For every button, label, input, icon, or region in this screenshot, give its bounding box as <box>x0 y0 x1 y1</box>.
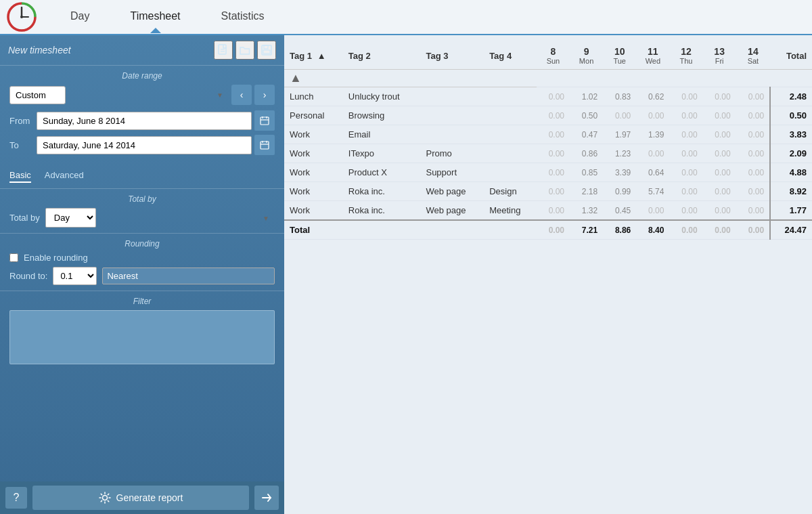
enable-rounding-row: Enable rounding <box>9 253 275 263</box>
row-2-tag1: Work <box>284 125 343 144</box>
row-3-tag2: ITexpo <box>343 144 421 163</box>
new-timesheet-label: New timesheet <box>8 45 211 56</box>
row-5-total: 8.92 <box>770 182 812 201</box>
from-calendar-button[interactable] <box>254 110 275 131</box>
prev-range-button[interactable]: ‹ <box>231 85 252 105</box>
row-0-day-2: 0.83 <box>603 87 636 106</box>
row-5-day-5: 0.00 <box>703 182 736 201</box>
table-row: WorkProduct XSupport0.000.853.390.640.00… <box>284 163 812 182</box>
row-3-day-1: 0.86 <box>570 144 603 163</box>
row-2-day-4: 0.00 <box>669 125 702 144</box>
row-0-tag3 <box>420 87 484 106</box>
svg-rect-14 <box>261 142 269 149</box>
save-file-button[interactable] <box>257 41 276 60</box>
filter-section: Filter <box>0 291 284 481</box>
from-row: From <box>9 110 275 131</box>
from-input[interactable] <box>37 112 252 130</box>
total-row: Total0.007.218.868.400.000.000.0024.47 <box>284 220 812 240</box>
total-day-4: 0.00 <box>669 220 702 240</box>
total-day-1: 7.21 <box>570 220 603 240</box>
sort-up-arrow: ▲ <box>290 71 302 85</box>
row-5-day-2: 0.99 <box>603 182 636 201</box>
help-button[interactable]: ? <box>5 487 27 509</box>
col-tag3: Tag 3 <box>420 42 484 70</box>
row-1-day-2: 0.00 <box>603 106 636 125</box>
filter-section-label: Filter <box>9 297 275 306</box>
next-range-button[interactable]: › <box>254 85 275 105</box>
total-row-label: Total <box>284 220 537 240</box>
table-row: WorkITexpoPromo0.000.861.230.000.000.000… <box>284 144 812 163</box>
generate-report-label: Generate report <box>116 492 183 503</box>
row-6-tag2: Roka inc. <box>343 201 421 221</box>
round-to-row: Round to: 0.1 0.25 0.5 1.0 Nearest Up Do… <box>9 267 275 285</box>
col-day-11: 11 Wed <box>636 42 669 70</box>
left-panel: New timesheet <box>0 35 284 514</box>
enable-rounding-checkbox[interactable] <box>9 253 18 262</box>
row-3-day-2: 1.23 <box>603 144 636 163</box>
top-bar: Day Timesheet Statistics <box>0 0 812 35</box>
to-calendar-button[interactable] <box>254 135 275 155</box>
row-4-total: 4.88 <box>770 163 812 182</box>
new-file-icon <box>217 44 229 56</box>
total-day-6: 0.00 <box>736 220 770 240</box>
calendar-icon <box>260 116 269 125</box>
nav-tabs: Day Timesheet Statistics <box>50 0 285 34</box>
total-by-row: Total by Day Week Month Tag <box>9 208 275 228</box>
row-0-total: 2.48 <box>770 87 812 106</box>
row-5-day-0: 0.00 <box>537 182 570 201</box>
tab-timesheet[interactable]: Timesheet <box>110 0 200 34</box>
row-4-tag2: Product X <box>343 163 421 182</box>
row-2-total: 3.83 <box>770 125 812 144</box>
export-icon <box>261 492 272 503</box>
timesheet-table: Tag 1 ▲ Tag 2 Tag 3 Tag 4 8 Sun 9 Mon <box>284 42 812 240</box>
row-3-tag1: Work <box>284 144 343 163</box>
row-0-day-1: 1.02 <box>570 87 603 106</box>
col-tag1: Tag 1 ▲ <box>284 42 343 70</box>
row-1-tag4 <box>484 106 537 125</box>
date-range-label: Date range <box>9 71 275 81</box>
col-tag2: Tag 2 <box>343 42 421 70</box>
col-day-9: 9 Mon <box>570 42 603 70</box>
row-0-tag1: Lunch <box>284 87 343 106</box>
filter-textarea[interactable] <box>9 310 275 364</box>
date-range-select[interactable]: Custom Today This week This month <box>9 86 66 104</box>
generate-report-button[interactable]: Generate report <box>32 486 249 510</box>
row-4-tag3: Support <box>420 163 484 182</box>
row-6-day-4: 0.00 <box>669 201 702 221</box>
svg-point-3 <box>20 16 23 18</box>
row-1-tag2: Browsing <box>343 106 421 125</box>
table-row: LunchUnlucky trout0.001.020.830.620.000.… <box>284 87 812 106</box>
table-row: WorkEmail0.000.471.971.390.000.000.003.8… <box>284 125 812 144</box>
col-day-14: 14 Sat <box>736 42 770 70</box>
calendar-icon-2 <box>260 140 269 150</box>
tab-day[interactable]: Day <box>50 0 110 34</box>
nearest-select[interactable]: Nearest Up Down <box>102 267 275 284</box>
panel-tabs: Basic Advanced <box>0 165 284 189</box>
tab-basic[interactable]: Basic <box>9 170 31 183</box>
row-6-total: 1.77 <box>770 201 812 221</box>
total-day-5: 0.00 <box>703 220 736 240</box>
sort-arrow-tag1: ▲ <box>317 51 326 61</box>
row-2-tag3 <box>420 125 484 144</box>
export-button[interactable] <box>254 486 279 510</box>
row-5-tag2: Roka inc. <box>343 182 421 201</box>
table-row: WorkRoka inc.Web pageMeeting0.001.320.45… <box>284 201 812 221</box>
row-5-day-4: 0.00 <box>669 182 702 201</box>
to-input[interactable] <box>37 136 252 154</box>
total-by-select[interactable]: Day Week Month Tag <box>45 208 96 228</box>
row-1-day-1: 0.50 <box>570 106 603 125</box>
to-row: To <box>9 135 275 155</box>
row-6-tag1: Work <box>284 201 343 221</box>
table-row: PersonalBrowsing0.000.500.000.000.000.00… <box>284 106 812 125</box>
new-file-button[interactable] <box>214 41 233 60</box>
row-5-tag1: Work <box>284 182 343 201</box>
tab-statistics[interactable]: Statistics <box>201 0 285 34</box>
round-to-select[interactable]: 0.1 0.25 0.5 1.0 <box>53 267 97 285</box>
app-logo <box>0 0 43 35</box>
open-file-button[interactable] <box>235 41 254 60</box>
row-1-tag3 <box>420 106 484 125</box>
row-0-day-3: 0.62 <box>636 87 669 106</box>
row-4-tag1: Work <box>284 163 343 182</box>
row-6-day-6: 0.00 <box>736 201 770 221</box>
tab-advanced[interactable]: Advanced <box>45 170 84 183</box>
